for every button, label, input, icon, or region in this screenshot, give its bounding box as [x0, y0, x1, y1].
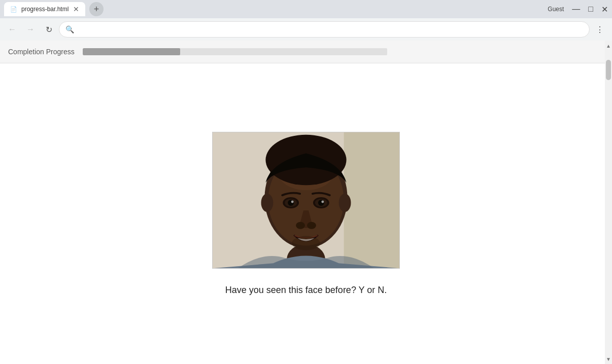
- search-icon: 🔍: [65, 25, 74, 33]
- minimize-button[interactable]: —: [572, 5, 580, 14]
- window-controls: — □ ✕: [572, 5, 608, 14]
- svg-point-13: [321, 200, 324, 203]
- nav-bar: ← → ↻ 🔍 ⋮: [0, 18, 612, 41]
- progress-label: Completion Progress: [8, 48, 75, 56]
- face-image: [212, 132, 400, 269]
- scrollbar-down-arrow[interactable]: ▼: [605, 355, 612, 363]
- title-bar: 📄 progress-bar.html ✕ + Guest — □ ✕: [0, 0, 612, 18]
- scrollbar-thumb[interactable]: [606, 60, 611, 80]
- forward-icon: →: [26, 25, 35, 34]
- svg-point-18: [339, 194, 351, 212]
- svg-point-9: [291, 200, 294, 203]
- refresh-icon: ↻: [46, 25, 52, 34]
- maximize-button[interactable]: □: [588, 5, 593, 14]
- scrollbar: ▲ ▼: [605, 41, 612, 364]
- progress-bar-container: [83, 48, 387, 55]
- scrollbar-up-arrow[interactable]: ▲: [605, 42, 612, 50]
- svg-point-14: [296, 222, 305, 229]
- progress-bar-fill: [83, 48, 180, 55]
- chrome-menu-button[interactable]: ⋮: [592, 21, 608, 38]
- address-input[interactable]: [78, 26, 583, 33]
- close-button[interactable]: ✕: [601, 5, 608, 14]
- refresh-button[interactable]: ↻: [41, 21, 57, 38]
- svg-rect-1: [344, 132, 399, 269]
- browser-tab[interactable]: 📄 progress-bar.html ✕: [4, 2, 85, 16]
- main-content: Have you seen this face before? Y or N.: [0, 63, 612, 364]
- new-tab-button[interactable]: +: [89, 2, 104, 16]
- title-bar-left: 📄 progress-bar.html ✕ +: [4, 2, 104, 16]
- tab-title: progress-bar.html: [21, 6, 69, 13]
- svg-point-15: [307, 222, 316, 229]
- question-text: Have you seen this face before? Y or N.: [225, 285, 387, 296]
- forward-button[interactable]: →: [22, 21, 39, 38]
- face-svg: [213, 132, 399, 269]
- menu-dots-icon: ⋮: [596, 25, 604, 34]
- user-name: Guest: [548, 6, 564, 13]
- back-icon: ←: [8, 25, 16, 34]
- svg-point-17: [261, 194, 273, 212]
- title-bar-right: Guest — □ ✕: [548, 5, 608, 14]
- tab-file-icon: 📄: [10, 6, 17, 13]
- browser-frame: 📄 progress-bar.html ✕ + Guest — □ ✕ ← → …: [0, 0, 612, 364]
- svg-point-16: [292, 236, 320, 250]
- tab-close-button[interactable]: ✕: [73, 5, 79, 13]
- address-bar[interactable]: 🔍: [59, 21, 590, 38]
- page-content: Completion Progress: [0, 41, 612, 364]
- progress-section: Completion Progress: [0, 41, 612, 63]
- back-button[interactable]: ←: [4, 21, 20, 38]
